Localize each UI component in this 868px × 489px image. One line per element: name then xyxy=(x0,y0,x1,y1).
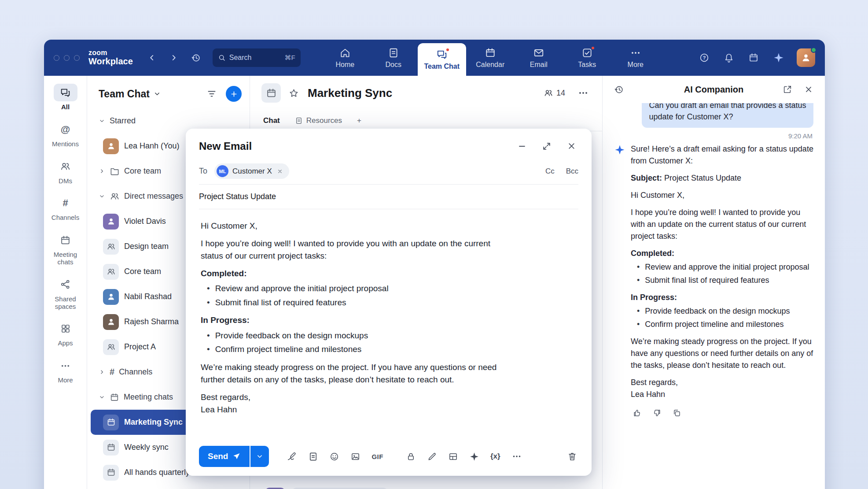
tab-more[interactable]: More xyxy=(611,40,660,76)
search-input[interactable]: Search ⌘F xyxy=(213,48,301,67)
rail-item-shared-spaces[interactable]: Shared spaces xyxy=(45,276,86,311)
more-icon xyxy=(54,357,77,374)
rail-item-dms[interactable]: DMs xyxy=(45,158,86,185)
person-icon xyxy=(107,317,116,326)
signature-button[interactable] xyxy=(286,450,298,463)
tab-team-chat[interactable]: Team Chat xyxy=(418,43,466,76)
upcoming-meetings-button[interactable] xyxy=(747,51,761,65)
chat-name: Violet Davis xyxy=(124,217,166,226)
rail-label: Shared spaces xyxy=(45,296,86,311)
chevron-down-icon[interactable] xyxy=(153,90,161,98)
ai-companion-button[interactable] xyxy=(771,50,786,65)
encryption-button[interactable] xyxy=(405,451,417,463)
gif-button[interactable]: GIF xyxy=(371,452,384,461)
tab-label: Home xyxy=(335,61,354,69)
ai-greeting: Hi Customer X, xyxy=(631,189,813,201)
chat-name: All hands quarterly xyxy=(124,468,190,477)
emoji-button[interactable] xyxy=(328,451,340,463)
template-button[interactable] xyxy=(447,451,459,463)
history-navigation xyxy=(145,51,203,65)
rail-item-more[interactable]: More xyxy=(45,357,86,384)
edit-button[interactable] xyxy=(426,451,438,463)
rail-item-all[interactable]: All xyxy=(45,84,86,111)
pop-out-button[interactable] xyxy=(781,83,794,96)
window-close-dot[interactable] xyxy=(54,55,59,61)
tab-email[interactable]: Email xyxy=(515,40,563,76)
list-item-text: Confirm project timeline and milestones xyxy=(645,319,783,330)
notifications-button[interactable] xyxy=(722,51,736,65)
ai-history-button[interactable] xyxy=(612,83,626,96)
cc-button[interactable]: Cc xyxy=(545,167,555,176)
meeting-avatar xyxy=(103,415,119,430)
attach-file-button[interactable] xyxy=(307,451,319,463)
send-button[interactable]: Send xyxy=(199,446,250,467)
bcc-button[interactable]: Bcc xyxy=(566,167,578,176)
calendar-icon xyxy=(107,418,116,427)
top-bar: zoom Workplace Search ⌘F Home Docs Te xyxy=(44,40,825,76)
meeting-chats-icon xyxy=(54,231,77,249)
tab-resources[interactable]: Resources xyxy=(295,116,342,125)
copy-button[interactable] xyxy=(670,407,683,419)
send-label: Send xyxy=(208,452,228,461)
home-icon xyxy=(339,47,351,59)
star-channel-button[interactable] xyxy=(287,86,301,100)
in-progress-list: Provide feedback on the design mockups C… xyxy=(631,305,813,330)
thumbs-up-button[interactable] xyxy=(631,407,644,419)
rail-item-mentions[interactable]: @ Mentions xyxy=(45,121,86,148)
forward-button[interactable] xyxy=(167,51,180,64)
ai-compose-button[interactable] xyxy=(468,451,480,463)
tab-chat[interactable]: Chat xyxy=(263,116,280,125)
add-tab-button[interactable]: + xyxy=(357,116,361,125)
chevron-down-icon xyxy=(256,452,264,460)
back-button[interactable] xyxy=(145,51,158,64)
new-chat-button[interactable] xyxy=(226,86,242,102)
tab-home[interactable]: Home xyxy=(321,40,369,76)
expand-button[interactable] xyxy=(540,139,553,153)
chevron-right-icon xyxy=(99,369,105,375)
tab-tasks[interactable]: Tasks xyxy=(563,40,611,76)
copy-icon xyxy=(672,408,681,418)
ai-close-button[interactable] xyxy=(802,83,815,96)
tab-docs[interactable]: Docs xyxy=(369,40,418,76)
chat-name: Weekly sync xyxy=(124,443,169,452)
rail-item-meeting-chats[interactable]: Meeting chats xyxy=(45,231,86,266)
hash-icon: # xyxy=(110,367,114,377)
remove-recipient-button[interactable] xyxy=(276,167,284,175)
variables-button[interactable]: {x} xyxy=(489,451,501,462)
window-minimize-dot[interactable] xyxy=(64,55,70,61)
ai-companion-icon xyxy=(614,144,625,156)
thumbs-down-button[interactable] xyxy=(651,407,663,419)
ai-signature: Lea Hahn xyxy=(631,389,813,400)
user-avatar[interactable] xyxy=(797,48,815,67)
members-button[interactable]: 14 xyxy=(544,88,565,98)
tab-label: Email xyxy=(530,61,548,69)
help-button[interactable] xyxy=(697,51,711,65)
send-options-button[interactable] xyxy=(250,446,269,467)
insert-image-button[interactable] xyxy=(349,451,361,463)
channel-header-actions: 14 xyxy=(544,85,591,100)
rail-item-apps[interactable]: Apps xyxy=(45,320,86,347)
rail-item-channels[interactable]: # Channels xyxy=(45,194,86,222)
subject-field[interactable]: Project Status Update xyxy=(186,185,592,209)
notification-badge xyxy=(445,48,450,52)
cc-bcc-group: Cc Bcc xyxy=(545,167,578,176)
filter-button[interactable] xyxy=(205,87,219,101)
more-tools-button[interactable] xyxy=(511,450,523,463)
email-closing: We’re making steady progress on the proj… xyxy=(201,361,509,386)
tab-calendar[interactable]: Calendar xyxy=(466,40,515,76)
recipient-chip[interactable]: ML Customer X xyxy=(214,163,289,179)
minimize-button[interactable] xyxy=(515,139,529,153)
channel-more-button[interactable] xyxy=(576,85,591,100)
rail-label: DMs xyxy=(59,178,72,185)
discard-draft-button[interactable] xyxy=(566,450,578,463)
list-item-lea-rajesh-1-1[interactable]: Lea/Rajesh 1:1 xyxy=(91,485,246,489)
email-body-editor[interactable]: Hi Customer X, I hope you’re doing well!… xyxy=(186,209,592,421)
window-zoom-dot[interactable] xyxy=(74,55,80,61)
email-greeting: Hi Customer X, xyxy=(201,220,509,233)
close-button[interactable] xyxy=(565,139,578,153)
list-item: Confirm project timeline and milestones xyxy=(201,343,509,356)
completed-heading: Completed: xyxy=(631,248,813,259)
thumbs-up-icon xyxy=(633,408,642,418)
list-item: Confirm project timeline and milestones xyxy=(631,319,813,330)
history-button[interactable] xyxy=(189,51,203,65)
